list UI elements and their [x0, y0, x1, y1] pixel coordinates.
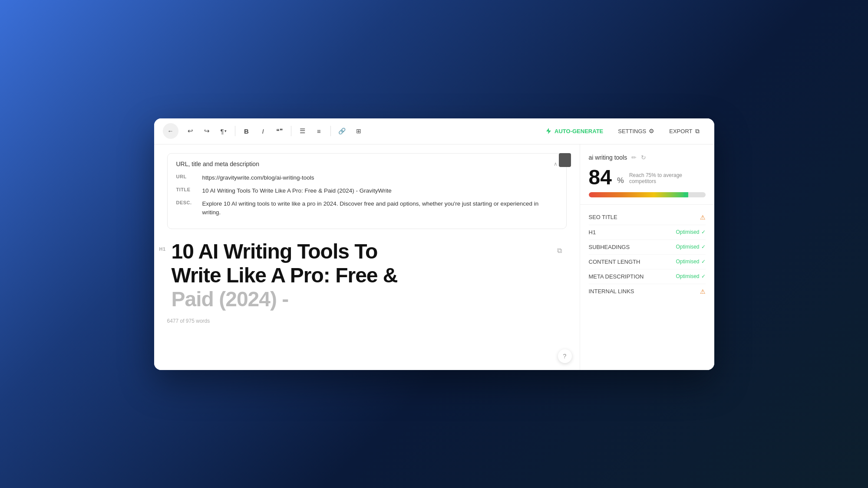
copy-icon: ⧉ — [557, 247, 562, 255]
check-icon: ✓ — [701, 273, 706, 279]
progress-bar-fill — [589, 192, 687, 197]
divider-1 — [235, 126, 235, 136]
optimised-label: Optimised — [676, 244, 699, 250]
seo-item-internal-links: INTERNAL LINKS ⚠ — [589, 284, 706, 299]
table-button[interactable]: ⊞ — [352, 124, 366, 138]
seo-item-label: H1 — [589, 229, 596, 236]
table-icon: ⊞ — [356, 128, 361, 134]
seo-item-seo-title: SEO TITLE ⚠ — [589, 210, 706, 225]
seo-status-optimised: Optimised ✓ — [676, 229, 705, 235]
seo-item-label: SEO TITLE — [589, 214, 617, 220]
editor-panel: URL, title and meta description ∧ URL ht… — [154, 144, 580, 370]
undo-icon: ↩ — [188, 127, 193, 135]
color-swatch[interactable] — [559, 153, 571, 167]
seo-status-optimised: Optimised ✓ — [676, 259, 705, 265]
optimised-label: Optimised — [676, 259, 699, 265]
app-window: ← ↩ ↪ ¶ ▾ B I ❝❞ ☰ ≡ 🔗 — [154, 118, 714, 370]
divider-2 — [291, 126, 291, 136]
bold-button[interactable]: B — [240, 124, 254, 138]
export-button[interactable]: EXPORT ⧉ — [663, 124, 705, 138]
seo-checklist: SEO TITLE ⚠ H1 Optimised ✓ SUBHEADINGS O… — [580, 205, 714, 304]
help-icon: ? — [563, 353, 567, 360]
seo-item-meta-description: META DESCRIPTION Optimised ✓ — [589, 269, 706, 284]
export-label: EXPORT — [669, 128, 692, 134]
settings-label: SETTINGS — [618, 128, 646, 134]
link-icon: 🔗 — [338, 128, 346, 134]
paragraph-button[interactable]: ¶ ▾ — [217, 124, 231, 138]
seo-item-label: CONTENT LENGTH — [589, 259, 640, 265]
redo-icon: ↪ — [204, 127, 210, 135]
main-area: URL, title and meta description ∧ URL ht… — [154, 144, 714, 370]
desc-value: Explore 10 AI writing tools to write lik… — [202, 200, 558, 217]
url-row: URL https://gravitywrite.com/blog/ai-wri… — [176, 174, 558, 182]
meta-section-title: URL, title and meta description — [176, 160, 259, 167]
seo-status-optimised: Optimised ✓ — [676, 273, 705, 279]
auto-generate-button[interactable]: AUTO-GENERATE — [539, 124, 609, 138]
seo-item-label: INTERNAL LINKS — [589, 288, 634, 295]
seo-item-content-length: CONTENT LENGTH Optimised ✓ — [589, 255, 706, 269]
bullet-list-icon: ☰ — [300, 127, 305, 135]
italic-button[interactable]: I — [256, 124, 270, 138]
redo-button[interactable]: ↪ — [200, 124, 214, 138]
h1-section: H1 10 AI Writing Tools To Write Like A P… — [167, 239, 567, 311]
seo-item-label: META DESCRIPTION — [589, 273, 644, 280]
divider-3 — [330, 126, 331, 136]
refresh-keyword-button[interactable]: ↻ — [640, 153, 647, 162]
keyword-actions: ✏ ↻ — [630, 153, 647, 162]
url-value: https://gravitywrite.com/blog/ai-writing… — [202, 174, 314, 182]
lightning-icon — [545, 128, 552, 134]
score-number: 84 — [589, 167, 612, 188]
edit-keyword-button[interactable]: ✏ — [630, 153, 637, 162]
italic-icon: I — [262, 128, 264, 135]
word-count: 6477 of 975 words — [167, 318, 567, 324]
desc-row: DESC. Explore 10 AI writing tools to wri… — [176, 200, 558, 217]
score-reach-label: Reach 75% to average competitors — [629, 172, 706, 184]
seo-item-h1: H1 Optimised ✓ — [589, 225, 706, 240]
check-icon: ✓ — [701, 244, 706, 250]
refresh-icon: ↻ — [641, 154, 646, 161]
score-row: 84 % Reach 75% to average competitors — [589, 167, 706, 188]
settings-button[interactable]: SETTINGS ⚙ — [612, 124, 660, 138]
right-sidebar: ai writing tools ✏ ↻ 84 % Reach 75% to a… — [580, 144, 714, 370]
ai-assistant-wrapper: ⊕ ➤ ? — [558, 349, 706, 363]
progress-bar-indicator — [684, 192, 688, 197]
gear-icon: ⚙ — [649, 128, 654, 134]
check-icon: ✓ — [701, 259, 706, 265]
h1-line3: Paid (2024) - — [172, 288, 289, 311]
meta-section-header[interactable]: URL, title and meta description ∧ — [176, 160, 558, 167]
seo-status-warning-icon: ⚠ — [700, 288, 706, 295]
link-button[interactable]: 🔗 — [335, 124, 349, 138]
help-button[interactable]: ? — [558, 349, 572, 363]
quote-button[interactable]: ❝❞ — [273, 124, 287, 138]
progress-bar — [589, 192, 706, 197]
score-percent: % — [617, 176, 624, 185]
title-row: TITLE 10 AI Writing Tools To Write Like … — [176, 187, 558, 195]
url-label: URL — [176, 174, 195, 179]
meta-section: URL, title and meta description ∧ URL ht… — [167, 153, 567, 229]
quote-icon: ❝❞ — [276, 128, 283, 134]
seo-status-warning-icon: ⚠ — [700, 214, 706, 221]
desc-label: DESC. — [176, 200, 195, 205]
export-copy-icon: ⧉ — [695, 128, 700, 135]
h1-line1: 10 AI Writing Tools To — [172, 240, 378, 263]
bold-icon: B — [244, 128, 249, 135]
h1-text[interactable]: 10 AI Writing Tools To Write Like A Pro:… — [172, 239, 567, 311]
keyword-row: ai writing tools ✏ ↻ — [589, 153, 706, 162]
optimised-label: Optimised — [676, 273, 699, 279]
auto-generate-label: AUTO-GENERATE — [554, 128, 603, 134]
undo-button[interactable]: ↩ — [184, 124, 198, 138]
toolbar: ← ↩ ↪ ¶ ▾ B I ❝❞ ☰ ≡ 🔗 — [154, 118, 714, 144]
keyword-text: ai writing tools — [589, 154, 627, 161]
seo-status-optimised: Optimised ✓ — [676, 244, 705, 250]
seo-item-subheadings: SUBHEADINGS Optimised ✓ — [589, 240, 706, 255]
numbered-list-button[interactable]: ≡ — [312, 124, 326, 138]
collapse-icon: ∧ — [554, 161, 558, 167]
h1-line2: Write Like A Pro: Free & — [172, 264, 398, 287]
copy-h1-button[interactable]: ⧉ — [553, 244, 567, 258]
title-label: TITLE — [176, 187, 195, 192]
title-value: 10 AI Writing Tools To Write Like A Pro:… — [202, 187, 392, 195]
bullet-list-button[interactable]: ☰ — [296, 124, 310, 138]
back-button[interactable]: ← — [163, 123, 178, 139]
score-section: ai writing tools ✏ ↻ 84 % Reach 75% to a… — [580, 144, 714, 205]
check-icon: ✓ — [701, 229, 706, 235]
